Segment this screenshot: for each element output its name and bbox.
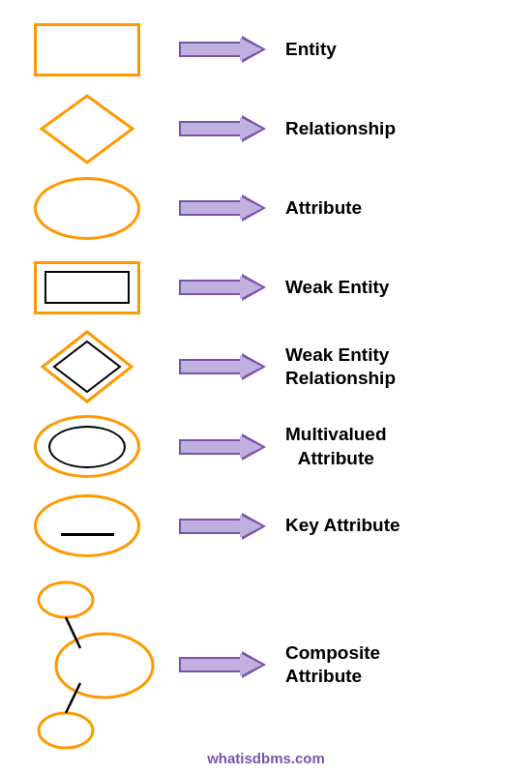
relationship-shape	[39, 93, 135, 165]
entity-shape	[34, 23, 140, 76]
composite-row: Composite Attribute	[0, 566, 532, 764]
entity-shape-area	[10, 23, 164, 76]
relationship-row: Relationship	[0, 89, 532, 168]
key-attr-shape	[34, 494, 140, 557]
entity-arrow-area	[164, 32, 281, 67]
weak-entity-rel-row: Weak Entity Relationship	[0, 327, 532, 406]
relationship-arrow	[179, 111, 266, 146]
entity-row: Entity	[0, 10, 532, 89]
weak-entity-rel-label: Weak Entity Relationship	[281, 343, 522, 391]
multivalued-shape-area	[10, 415, 164, 478]
multivalued-arrow-area	[164, 430, 281, 464]
weak-entity-inner	[44, 271, 130, 304]
svg-point-19	[56, 634, 153, 698]
multivalued-arrow	[179, 430, 266, 464]
multivalued-shape	[34, 415, 140, 478]
weak-entity-shape-area	[10, 261, 164, 314]
svg-marker-2	[42, 96, 133, 163]
composite-shape	[13, 580, 163, 750]
key-attr-row: Key Attribute	[0, 487, 532, 566]
key-attr-label: Key Attribute	[281, 514, 522, 538]
svg-point-17	[39, 582, 93, 617]
relationship-arrow-area	[164, 111, 281, 146]
weak-entity-rel-arrow-area	[164, 349, 281, 384]
attribute-label: Attribute	[281, 196, 522, 221]
composite-label: Composite Attribute	[281, 641, 522, 689]
svg-point-18	[39, 713, 93, 748]
weak-entity-rel-shape	[39, 328, 135, 405]
attribute-arrow	[179, 191, 266, 225]
attribute-row: Attribute	[0, 168, 532, 248]
composite-arrow	[179, 647, 266, 682]
key-attr-arrow	[179, 509, 266, 544]
weak-entity-rel-arrow	[179, 349, 266, 384]
watermark: whatisdbms.com	[169, 750, 363, 766]
weak-entity-rel-shape-area	[10, 328, 164, 405]
key-attr-arrow-area	[164, 509, 281, 544]
entity-arrow	[179, 32, 266, 67]
relationship-label: Relationship	[281, 117, 522, 141]
multivalued-label: Multivalued Attribute	[281, 423, 522, 470]
weak-entity-arrow	[179, 270, 266, 305]
relationship-shape-area	[10, 93, 164, 165]
entity-label: Entity	[281, 38, 522, 62]
weak-entity-arrow-area	[164, 270, 281, 305]
diagram: Entity Relationship	[0, 0, 532, 774]
attribute-arrow-area	[164, 191, 281, 225]
key-attr-ellipse	[34, 494, 140, 557]
key-attr-underline	[61, 533, 114, 536]
attribute-shape-area	[10, 177, 164, 240]
composite-arrow-area	[164, 647, 281, 682]
composite-shape-area	[10, 566, 164, 764]
multivalued-row: Multivalued Attribute	[0, 407, 532, 487]
weak-entity-shape	[34, 261, 140, 314]
key-attr-shape-area	[10, 494, 164, 557]
weak-entity-label: Weak Entity	[281, 276, 522, 300]
weak-entity-row: Weak Entity	[0, 248, 532, 327]
multivalued-inner-ellipse	[48, 426, 126, 468]
attribute-shape	[34, 177, 140, 240]
